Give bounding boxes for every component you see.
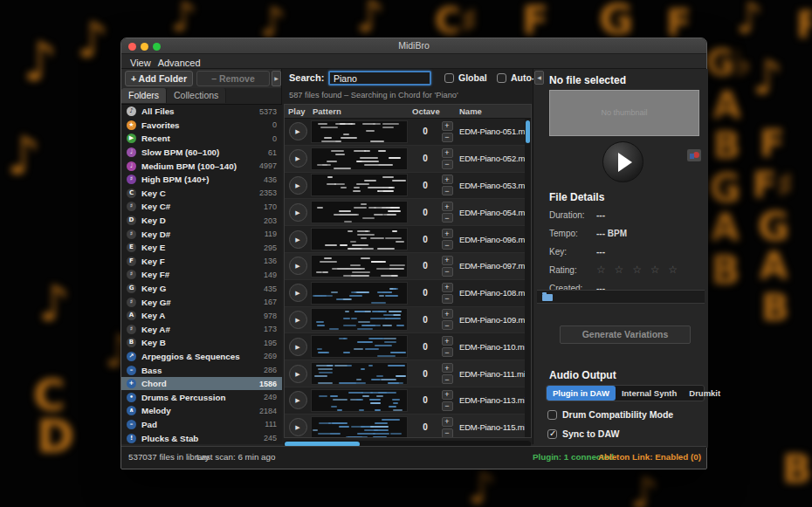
sidebar-category-item[interactable]: ▶ Recent 0 xyxy=(121,132,282,146)
menu-item-view[interactable]: View xyxy=(127,58,155,68)
file-row[interactable]: ▶ 0 + − EDM-Piano-108.mid xyxy=(285,280,525,307)
sidebar-category-item[interactable]: ♩ Medium BPM (100–140) 4997 xyxy=(121,159,282,173)
octave-down-button[interactable]: − xyxy=(442,186,453,195)
sidebar-category-item[interactable]: ♪ All Files 5373 xyxy=(121,105,282,119)
octave-down-button[interactable]: − xyxy=(442,401,453,411)
file-row[interactable]: ▶ 0 + − EDM-Piano-054.mid xyxy=(285,199,525,226)
sidebar-category-item[interactable]: G Key G 435 xyxy=(121,282,282,296)
menu-item-advanced[interactable]: Advanced xyxy=(155,58,204,68)
sidebar-category-item[interactable]: D Key D 203 xyxy=(121,214,282,228)
sidebar-category-item[interactable]: E Key E 295 xyxy=(121,241,282,255)
octave-down-button[interactable]: − xyxy=(442,160,453,169)
sidebar-category-item[interactable]: ♯ Key C# 170 xyxy=(121,200,282,214)
sidebar-category-item[interactable]: ♯ Key A# 173 xyxy=(121,323,282,337)
octave-up-button[interactable]: + xyxy=(442,229,453,238)
file-row[interactable]: ▶ 0 + − EDM-Piano-053.mid xyxy=(285,173,525,200)
sidebar-category-item[interactable]: ★ Favorites 0 xyxy=(121,119,282,133)
file-row[interactable]: ▶ 0 + − EDM-Piano-115.mid xyxy=(285,415,525,437)
octave-up-button[interactable]: + xyxy=(442,336,453,346)
checkbox-icon xyxy=(547,429,557,439)
row-play-button[interactable]: ▶ xyxy=(289,284,307,302)
row-play-button[interactable]: ▶ xyxy=(289,122,307,140)
sidebar-category-item[interactable]: A Key A 978 xyxy=(121,309,282,323)
file-row[interactable]: ▶ 0 + − EDM-Piano-097.mid xyxy=(285,253,525,280)
checkbox-sync-to-daw[interactable]: Sync to DAW xyxy=(547,428,619,439)
add-folder-button[interactable]: + Add Folder xyxy=(125,71,193,86)
octave-up-button[interactable]: + xyxy=(442,202,453,211)
collapse-sidebar-button[interactable]: ▶ xyxy=(272,71,281,86)
sidebar-category-item[interactable]: – Pad 111 xyxy=(121,418,282,432)
octave-down-button[interactable]: − xyxy=(442,428,453,437)
sidebar-category-item[interactable]: ♯ High BPM (140+) 436 xyxy=(121,173,282,187)
file-row[interactable]: ▶ 0 + − EDM-Piano-052.mid xyxy=(285,146,525,173)
sidebar-category-item[interactable]: F Key F 136 xyxy=(121,255,282,269)
midi-activity-icon[interactable] xyxy=(687,149,701,161)
file-row[interactable]: ▶ 0 + − EDM-Piano-051.mid xyxy=(285,119,525,146)
sidebar-category-item[interactable]: • Drums & Percussion 249 xyxy=(121,390,282,404)
pattern-cell xyxy=(311,120,412,143)
row-play-button[interactable]: ▶ xyxy=(289,230,307,249)
octave-down-button[interactable]: − xyxy=(442,133,453,142)
generate-variations-button[interactable]: Generate Variations xyxy=(560,325,691,344)
global-checkbox[interactable]: Global xyxy=(444,72,487,83)
row-play-button[interactable]: ▶ xyxy=(289,338,307,356)
row-play-button[interactable]: ▶ xyxy=(289,203,307,222)
file-row[interactable]: ▶ 0 + − EDM-Piano-111.mid xyxy=(285,360,525,387)
sidebar-category-item[interactable]: ♯ Key D# 119 xyxy=(121,227,282,241)
row-play-button[interactable]: ▶ xyxy=(289,311,307,329)
sidebar-category-item[interactable]: ♯ Key F# 149 xyxy=(121,268,282,282)
category-icon: G xyxy=(127,284,136,293)
audio-tab-internal-synth[interactable]: Internal Synth xyxy=(616,386,683,401)
search-input[interactable] xyxy=(328,71,431,86)
checkbox-drum-compatibility-mode[interactable]: Drum Compatibility Mode xyxy=(547,409,673,420)
row-play-button[interactable]: ▶ xyxy=(289,391,307,409)
octave-up-button[interactable]: + xyxy=(442,283,453,292)
row-play-button[interactable]: ▶ xyxy=(289,365,307,383)
file-row[interactable]: ▶ 0 + − EDM-Piano-113.mid xyxy=(285,387,525,415)
sidebar-category-item[interactable]: ∧ Melody 2184 xyxy=(121,404,282,418)
octave-down-button[interactable]: − xyxy=(442,374,453,384)
sidebar-category-item[interactable]: B Key B 195 xyxy=(121,336,282,350)
category-count: 435 xyxy=(264,284,277,293)
octave-down-button[interactable]: − xyxy=(442,267,453,277)
row-play-button[interactable]: ▶ xyxy=(289,149,307,168)
row-play-button[interactable]: ▶ xyxy=(289,257,307,275)
rating-stars[interactable]: ☆ ☆ ☆ ☆ ☆ xyxy=(596,264,680,276)
octave-up-button[interactable]: + xyxy=(442,363,453,373)
file-row[interactable]: ▶ 0 + − EDM-Piano-109.mid xyxy=(285,307,525,334)
sidebar-category-item[interactable]: ♯ Key G# 167 xyxy=(121,295,282,309)
sidebar-category-item[interactable]: C Key C 2353 xyxy=(121,187,282,201)
sidebar-category-item[interactable]: ↗ Arpeggios & Sequences 269 xyxy=(121,350,282,364)
octave-down-button[interactable]: − xyxy=(442,294,453,304)
file-row[interactable]: ▶ 0 + − EDM-Piano-096.mid xyxy=(285,226,525,253)
sidebar-category-item[interactable]: + Chord 1586 xyxy=(121,377,282,391)
file-row[interactable]: ▶ 0 + − EDM-Piano-110.mid xyxy=(285,333,525,360)
audio-tab-drumkit[interactable]: Drumkit xyxy=(683,386,726,401)
octave-up-button[interactable]: + xyxy=(442,390,453,400)
octave-up-button[interactable]: + xyxy=(442,309,453,319)
collapse-inspector-button[interactable]: ◀ xyxy=(534,71,544,85)
scrollbar-thumb[interactable] xyxy=(526,120,530,143)
sidebar-category-item[interactable]: ! Plucks & Stab 245 xyxy=(121,431,282,444)
category-count: 245 xyxy=(264,434,277,442)
audio-tab-plugin-in-daw[interactable]: Plugin in DAW xyxy=(547,386,616,401)
vertical-scrollbar[interactable] xyxy=(525,119,531,437)
octave-down-button[interactable]: − xyxy=(442,347,453,357)
tab-folders[interactable]: Folders xyxy=(121,88,167,103)
tab-collections[interactable]: Collections xyxy=(167,88,226,103)
row-play-button[interactable]: ▶ xyxy=(289,418,307,436)
octave-up-button[interactable]: + xyxy=(442,148,453,158)
octave-down-button[interactable]: − xyxy=(442,240,453,250)
sidebar-category-item[interactable]: – Bass 286 xyxy=(121,363,282,377)
octave-down-button[interactable]: − xyxy=(442,213,453,223)
row-play-button[interactable]: ▶ xyxy=(289,176,307,195)
octave-down-button[interactable]: − xyxy=(442,320,453,330)
remove-folder-button[interactable]: – Remove Folder xyxy=(196,71,270,86)
category-list[interactable]: ♪ All Files 5373 ★ Favorites 0 ▶ Recent … xyxy=(121,104,282,444)
octave-up-button[interactable]: + xyxy=(442,121,453,131)
octave-up-button[interactable]: + xyxy=(442,175,453,184)
sidebar-category-item[interactable]: ♩ Slow BPM (60–100) 61 xyxy=(121,146,282,160)
octave-up-button[interactable]: + xyxy=(442,256,453,265)
octave-up-button[interactable]: + xyxy=(442,417,453,427)
preview-play-button[interactable] xyxy=(602,141,643,182)
